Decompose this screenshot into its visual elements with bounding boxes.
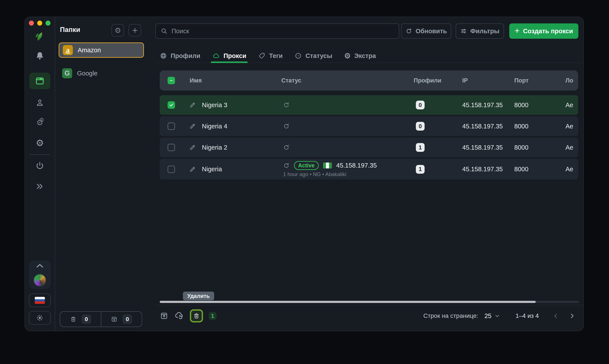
table-rows: Nigeria 3 0 45.158.197.35 8000 Ае: [160, 95, 578, 181]
horizontal-scrollbar: [160, 301, 579, 303]
automation-gears-icon[interactable]: ⚙ ⚙: [25, 119, 55, 127]
add-folder-button[interactable]: [129, 24, 141, 37]
create-proxy-button[interactable]: + Создать прокси: [509, 23, 578, 39]
archive-count: 0: [122, 314, 132, 324]
table-row[interactable]: Nigeria 2 1 45.158.197.35 8000 Ае: [160, 138, 578, 157]
cloud-sync-icon[interactable]: [174, 311, 184, 321]
status-ip: 45.158.197.35: [336, 162, 377, 169]
sidebar-item-browsers[interactable]: [29, 73, 50, 89]
proxy-login: Ае: [566, 102, 578, 109]
rows-per-page-label: Строк на странице:: [423, 312, 478, 319]
power-icon[interactable]: [25, 161, 55, 170]
folders-panel-title: Папки: [60, 26, 80, 34]
edit-pencil-icon[interactable]: [189, 102, 196, 108]
row-checkbox[interactable]: [168, 101, 175, 109]
tab-tags[interactable]: Теги: [258, 49, 283, 63]
tab-label: Экстра: [354, 52, 376, 60]
tab-extra[interactable]: ⚙ Экстра: [344, 49, 376, 63]
folder-item-amazon[interactable]: a Amazon: [59, 42, 144, 58]
refresh-button[interactable]: Обновить: [401, 23, 451, 39]
folder-item-google[interactable]: G Google: [59, 66, 144, 81]
folder-label: Google: [77, 70, 98, 77]
next-page-chevron-icon[interactable]: [569, 313, 575, 319]
sidebar-item-profiles[interactable]: [25, 98, 55, 107]
edit-pencil-icon[interactable]: [189, 144, 196, 151]
proxy-port: 8000: [514, 102, 566, 109]
proxy-name: Nigeria: [202, 166, 222, 173]
status-meta: 1 hour ago • NG • Abakaliki: [283, 171, 414, 177]
tab-profiles[interactable]: Профили: [160, 49, 200, 63]
table-row[interactable]: Nigeria 4 0 45.158.197.35 8000 Ае: [160, 116, 578, 136]
column-header-port: Порт: [514, 77, 566, 84]
row-checkbox[interactable]: [168, 144, 175, 151]
proxy-name: Nigeria 4: [202, 123, 227, 130]
app-logo-leaf-icon: [25, 30, 55, 43]
delete-selected-button[interactable]: [190, 309, 203, 323]
check-proxy-refresh-icon[interactable]: [283, 144, 290, 151]
previous-page-chevron-icon[interactable]: [553, 313, 559, 319]
maximize-window-button[interactable]: [46, 21, 51, 26]
refresh-label: Обновить: [416, 27, 447, 35]
user-avatar[interactable]: [33, 274, 46, 286]
table-row[interactable]: Nigeria 3 0 45.158.197.35 8000 Ае: [160, 95, 578, 115]
chevron-up-icon[interactable]: [36, 263, 43, 268]
proxy-ip: 45.158.197.35: [462, 144, 514, 151]
nigeria-flag-icon: [323, 163, 332, 169]
row-checkbox[interactable]: [168, 122, 175, 130]
tab-label: Теги: [269, 52, 283, 60]
proxy-name: Nigeria 3: [202, 102, 227, 109]
create-proxy-label: Создать прокси: [523, 27, 573, 35]
refresh-icon: [406, 28, 412, 34]
profiles-count-badge: 1: [416, 165, 425, 174]
google-icon: G: [62, 68, 72, 78]
theme-toggle-button[interactable]: [29, 311, 51, 325]
icon-sidebar: ⚙ ⚙ ⚙: [25, 17, 55, 331]
proxy-ip: 45.158.197.35: [462, 102, 514, 109]
search-input[interactable]: [171, 27, 399, 35]
indeterminate-icon: [169, 78, 173, 82]
trash-folder-button[interactable]: 0: [60, 312, 101, 326]
account-card: [29, 260, 51, 289]
folders-settings-button[interactable]: ⚙: [112, 24, 124, 37]
select-all-checkbox[interactable]: [168, 77, 175, 84]
tab-proxies[interactable]: Прокси: [212, 49, 246, 63]
sun-icon: [36, 314, 44, 322]
column-header-profiles: Профили: [414, 77, 462, 84]
folder-label: Amazon: [78, 47, 101, 54]
column-header-name: Имя: [183, 77, 281, 84]
table-header: Имя Статус Профили IP Порт Ло: [160, 70, 578, 91]
tab-statuses[interactable]: Статусы: [294, 49, 332, 63]
collapse-sidebar-icon[interactable]: [25, 182, 55, 191]
edit-pencil-icon[interactable]: [189, 123, 196, 130]
check-proxy-refresh-icon[interactable]: [283, 102, 290, 108]
search-box: [155, 23, 399, 39]
scrollbar-thumb[interactable]: [160, 301, 536, 303]
selected-count-badge: 1: [209, 312, 217, 320]
pagination-range: 1–4 из 4: [516, 312, 539, 319]
column-header-status: Статус: [281, 77, 414, 84]
edit-pencil-icon[interactable]: [189, 166, 196, 173]
check-proxy-refresh-icon[interactable]: [283, 162, 290, 169]
notifications-bell-icon[interactable]: [25, 51, 55, 60]
filters-button[interactable]: Фильтры: [456, 23, 504, 39]
check-proxy-refresh-icon[interactable]: [283, 123, 290, 130]
proxy-login: Ае: [566, 144, 578, 151]
table-row[interactable]: Nigeria Active 45.158.197.35 1 hour ag: [160, 159, 578, 180]
row-checkbox[interactable]: [168, 166, 175, 173]
export-box-up-icon[interactable]: [160, 312, 168, 320]
close-window-button[interactable]: [29, 21, 34, 26]
tab-label: Профили: [171, 52, 200, 60]
footer-bar: 1 Строк на странице: 25 1–4 из 4: [160, 306, 578, 326]
language-switch-button[interactable]: [29, 294, 51, 307]
rows-per-page-value: 25: [484, 312, 491, 320]
tag-icon: [258, 52, 266, 60]
tab-bar: Профили Прокси Теги Статусы ⚙: [155, 49, 582, 63]
minimize-window-button[interactable]: [37, 21, 42, 26]
rows-per-page-select[interactable]: 25: [484, 312, 500, 320]
proxy-name: Nigeria 2: [202, 144, 227, 151]
filters-sliders-icon: [460, 28, 467, 34]
delete-tooltip: Удалить: [183, 292, 214, 300]
archive-folder-button[interactable]: 0: [101, 312, 142, 326]
settings-gear-icon[interactable]: ⚙: [25, 139, 55, 148]
proxy-login: Ае: [566, 166, 578, 173]
